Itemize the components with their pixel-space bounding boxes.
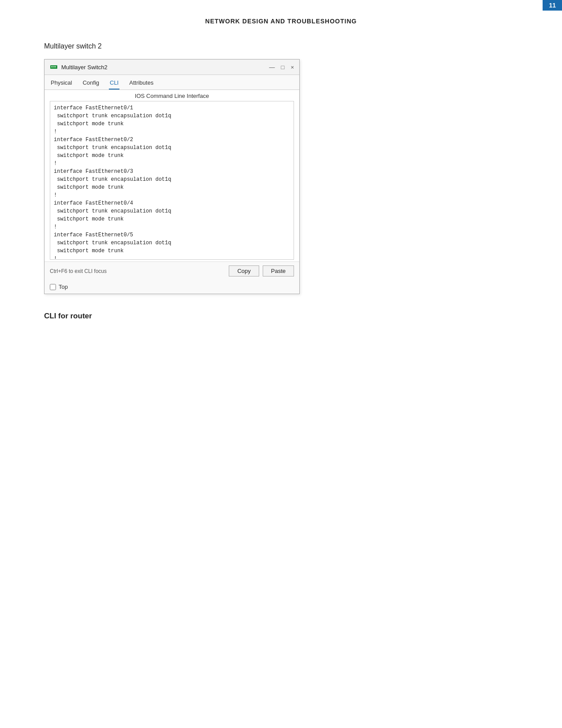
section2-heading: CLI for router [44, 312, 518, 321]
dialog-window: Multilayer Switch2 — □ × Physical Config… [44, 59, 300, 294]
svg-rect-4 [55, 66, 56, 67]
tab-config[interactable]: Config [82, 78, 100, 90]
tab-physical[interactable]: Physical [50, 78, 73, 90]
dialog-title: Multilayer Switch2 [61, 64, 108, 71]
svg-rect-1 [51, 66, 52, 67]
restore-button[interactable]: □ [281, 64, 285, 70]
paste-button[interactable]: Paste [263, 265, 294, 276]
svg-rect-3 [54, 66, 55, 67]
cli-textarea[interactable] [50, 101, 294, 260]
switch-icon [50, 63, 58, 71]
header-title: NETWORK DESIGN AND TROUBLESHOOTING [205, 18, 357, 25]
svg-rect-8 [55, 67, 56, 68]
top-label: Top [59, 284, 68, 290]
titlebar-left: Multilayer Switch2 [50, 63, 108, 71]
copy-button[interactable]: Copy [229, 265, 259, 276]
dialog-top-row: Top [45, 280, 299, 294]
close-button[interactable]: × [290, 64, 294, 70]
dialog-tabs: Physical Config CLI Attributes [45, 75, 299, 90]
titlebar-controls: — □ × [269, 64, 294, 70]
dialog-titlebar: Multilayer Switch2 — □ × [45, 60, 299, 75]
svg-rect-2 [52, 66, 53, 67]
top-checkbox[interactable] [50, 284, 56, 290]
svg-rect-7 [54, 67, 55, 68]
page-number: 11 [549, 2, 556, 9]
section1-heading: Multilayer switch 2 [44, 42, 518, 50]
svg-rect-6 [52, 67, 53, 68]
button-group: Copy Paste [229, 265, 294, 276]
svg-rect-0 [50, 65, 57, 69]
tab-cli[interactable]: CLI [109, 78, 119, 90]
dialog-bottom-bar: Ctrl+F6 to exit CLI focus Copy Paste [45, 261, 299, 280]
cli-section-label: IOS Command Line Interface [45, 90, 299, 101]
page-content: Multilayer switch 2 Multilayer Switch2 [0, 34, 562, 338]
cli-textarea-wrapper [45, 101, 299, 261]
page-number-badge: 11 [543, 0, 562, 11]
page-header: NETWORK DESIGN AND TROUBLESHOOTING [0, 0, 562, 34]
tab-attributes[interactable]: Attributes [128, 78, 154, 90]
svg-rect-5 [51, 67, 52, 68]
exit-hint: Ctrl+F6 to exit CLI focus [50, 268, 107, 274]
minimize-button[interactable]: — [269, 64, 275, 70]
